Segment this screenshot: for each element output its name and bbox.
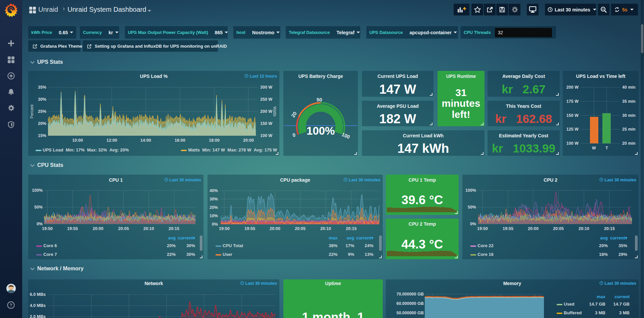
svg-text:100: 100 <box>341 131 351 140</box>
svg-text:50: 50 <box>317 97 322 102</box>
svg-text:0: 0 <box>292 132 296 138</box>
svg-text:?: ? <box>10 303 12 308</box>
svg-text:100%: 100% <box>307 125 335 137</box>
svg-text:20: 20 <box>290 111 298 119</box>
